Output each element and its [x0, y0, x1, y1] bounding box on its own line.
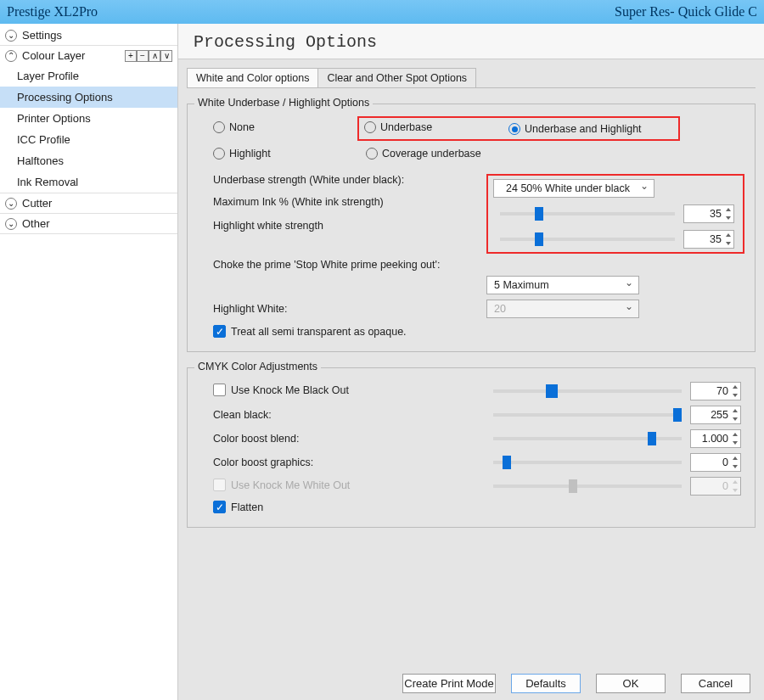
slider-thumb[interactable] [535, 232, 543, 246]
select-value: 5 Maximum [494, 279, 549, 291]
tab-clear-spot[interactable]: Clear and Other Spot Options [317, 68, 476, 87]
radio-label: Underbase and Highlight [525, 123, 642, 135]
defaults-button[interactable]: Defaults [511, 674, 581, 693]
radio-icon [508, 123, 520, 135]
radio-underbase-highlight[interactable]: Underbase and Highlight [508, 123, 642, 135]
highlight-box-1: Underbase Underbase and Highlight [357, 116, 680, 141]
slider-thumb[interactable] [648, 432, 656, 445]
label-color-boost-blend: Color boost blend: [198, 433, 486, 445]
slider-thumb[interactable] [673, 408, 682, 422]
radio-icon [213, 148, 225, 160]
highlight-box-2: 24 50% White under black 35 [486, 174, 744, 254]
tab-white-color[interactable]: White and Color options [187, 68, 318, 87]
checkbox-treat-opaque[interactable]: ✓ Treat all semi transparent as opaque. [213, 325, 407, 338]
sidebar-item-ink-removal[interactable]: Ink Removal [0, 171, 177, 193]
sidebar-item-processing-options[interactable]: Processing Options [0, 87, 177, 108]
slider-highlight-white-strength[interactable] [500, 238, 675, 241]
checkbox-knock-black[interactable]: Use Knock Me Black Out [213, 384, 349, 396]
spin-color-boost-blend[interactable]: 1.000 [690, 429, 741, 448]
check-icon [213, 384, 226, 396]
checkbox-knock-white: Use Knock Me White Out [213, 479, 350, 491]
sidebar-label: Cutter [22, 197, 52, 210]
page-title: Processing Options [178, 24, 764, 59]
slider-clean-black[interactable] [493, 413, 682, 417]
plus-icon[interactable]: + [125, 50, 137, 62]
radio-underbase[interactable]: Underbase [364, 121, 432, 133]
radio-coverage[interactable]: Coverage underbase [366, 148, 481, 160]
radio-none[interactable]: None [213, 121, 255, 133]
slider-thumb [569, 479, 577, 493]
checkbox-label: Use Knock Me Black Out [231, 384, 349, 396]
app-title: Prestige XL2Pro [7, 4, 98, 20]
cancel-button[interactable]: Cancel [681, 674, 750, 693]
radio-highlight[interactable]: Highlight [213, 148, 271, 160]
slider-color-boost-blend[interactable] [493, 437, 682, 440]
down-icon[interactable]: ∨ [160, 50, 172, 62]
sidebar-item-icc-profile[interactable]: ICC Profile [0, 129, 177, 150]
up-icon[interactable]: ∧ [149, 50, 160, 62]
slider-thumb[interactable] [546, 384, 558, 398]
label-clean-black: Clean black: [198, 409, 486, 421]
label-choke: Choke the prime 'Stop White prime peekin… [198, 259, 486, 271]
sidebar-item-layer-profile[interactable]: Layer Profile [0, 65, 177, 87]
sidebar-label: Colour Layer [22, 49, 85, 62]
sidebar-label: Settings [22, 29, 62, 42]
title-bar: Prestige XL2Pro Super Res- Quick Glide C [0, 0, 764, 24]
checkbox-label: Treat all semi transparent as opaque. [231, 326, 407, 338]
check-icon: ✓ [213, 501, 226, 513]
sidebar-item-printer-options[interactable]: Printer Options [0, 108, 177, 129]
radio-label: Coverage underbase [382, 148, 481, 160]
title-right: Super Res- Quick Glide C [615, 4, 757, 20]
label-highlight-white-strength: Highlight white strength [198, 220, 486, 232]
slider-knock-white [493, 484, 682, 488]
label-max-ink: Maximum Ink % (White ink strength) [198, 196, 486, 208]
spin-color-boost-graphics[interactable]: 0 [690, 453, 741, 472]
check-icon [213, 479, 226, 491]
slider-thumb[interactable] [535, 207, 543, 221]
slider-thumb[interactable] [503, 456, 511, 469]
sidebar-label: Other [22, 217, 50, 230]
sidebar-group-colour-layer[interactable]: ⌃ Colour Layer + − ∧ ∨ [0, 46, 177, 65]
spin-knock-black[interactable]: 70 [690, 382, 741, 400]
spin-knock-white: 0 [690, 477, 741, 496]
sidebar-group-settings[interactable]: ⌄ Settings [0, 25, 177, 45]
chevron-down-icon: ⌄ [5, 218, 17, 230]
sidebar-group-other[interactable]: ⌄ Other [0, 214, 177, 233]
check-icon: ✓ [213, 325, 226, 338]
select-underbase-strength[interactable]: 24 50% White under black [493, 179, 654, 198]
sidebar-group-cutter[interactable]: ⌄ Cutter [0, 193, 177, 213]
chevron-down-icon: ⌄ [5, 198, 17, 210]
sidebar: ⌄ Settings ⌃ Colour Layer + − ∧ ∨ Layer … [0, 24, 178, 700]
select-choke[interactable]: 5 Maximum [486, 276, 639, 294]
checkbox-label: Flatten [231, 501, 263, 513]
radio-label: Highlight [229, 148, 271, 160]
label-color-boost-graphics: Color boost graphics: [198, 456, 486, 468]
label-underbase-strength: Underbase strength (White under black): [198, 174, 486, 186]
checkbox-flatten[interactable]: ✓ Flatten [213, 501, 263, 513]
select-highlight-white: 20 [486, 300, 639, 318]
minus-icon[interactable]: − [137, 50, 149, 62]
radio-label: Underbase [380, 121, 432, 133]
ok-button[interactable]: OK [596, 674, 666, 693]
spin-clean-black[interactable]: 255 [690, 406, 741, 424]
tabs: White and Color options Clear and Other … [187, 68, 756, 88]
radio-icon [366, 148, 378, 160]
spin-highlight-white-strength[interactable]: 35 [683, 230, 734, 249]
create-print-mode-button[interactable]: Create Print Mode [402, 674, 496, 693]
slider-max-ink[interactable] [500, 212, 675, 216]
slider-color-boost-graphics[interactable] [493, 461, 682, 464]
radio-icon [213, 121, 225, 133]
group-cmyk: CMYK Color Adjustments Use Knock Me Blac… [187, 367, 756, 528]
radio-label: None [229, 121, 255, 133]
group-white-underbase: White Underbase / Highlight Options None [187, 104, 756, 352]
group-title: CMYK Color Adjustments [194, 361, 321, 372]
select-value: 20 [494, 303, 506, 315]
footer: Create Print Mode Defaults OK Cancel [178, 667, 764, 700]
label-highlight-white: Highlight White: [198, 303, 486, 315]
slider-knock-black[interactable] [493, 389, 682, 393]
chevron-down-icon: ⌄ [5, 30, 17, 42]
chevron-up-icon: ⌃ [5, 50, 17, 62]
spin-max-ink[interactable]: 35 [683, 204, 734, 223]
radio-icon [364, 121, 376, 133]
sidebar-item-halftones[interactable]: Halftones [0, 150, 177, 171]
